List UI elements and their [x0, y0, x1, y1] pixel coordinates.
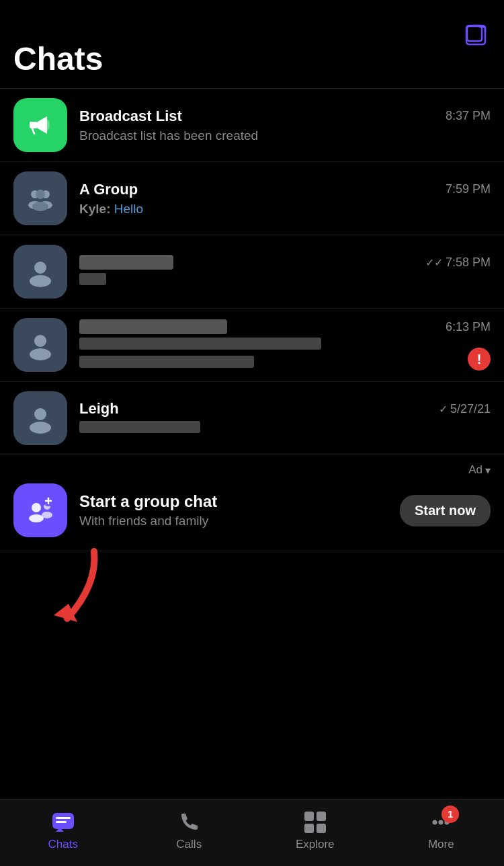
chat-preview-broadcast: Broadcast list has been created	[79, 128, 491, 143]
nav-label-chats: Chats	[48, 838, 78, 851]
svg-point-2	[44, 120, 50, 130]
ad-text: Ad	[468, 463, 482, 477]
svg-rect-27	[304, 812, 314, 821]
svg-point-8	[32, 202, 48, 211]
chat-time-maria: 7:58 PM	[425, 255, 491, 270]
avatar-broadcast	[13, 98, 67, 152]
chat-item-maria[interactable]: 7:58 PM	[0, 235, 504, 309]
svg-point-11	[34, 335, 46, 347]
chat-content-maria: 7:58 PM	[79, 255, 491, 288]
svg-point-10	[30, 275, 51, 287]
more-badge-count: 1	[442, 805, 459, 823]
chat-preview-maria	[79, 273, 491, 288]
explore-icon	[302, 810, 328, 835]
chat-time-group: 7:59 PM	[446, 182, 491, 196]
svg-rect-29	[304, 824, 314, 833]
ad-title: Start a group chat	[79, 492, 392, 511]
bottom-nav: Chats Calls Explore	[0, 799, 504, 866]
svg-point-13	[34, 408, 46, 420]
chat-preview-group: Kyle: Hello	[79, 202, 491, 216]
svg-rect-24	[56, 817, 71, 819]
more-icon: 1	[428, 810, 454, 835]
chat-preview-leigh	[79, 421, 491, 436]
single-check-icon	[439, 403, 448, 416]
nav-label-more: More	[428, 838, 454, 851]
chat-item-group[interactable]: A Group 7:59 PM Kyle: Hello	[0, 162, 504, 235]
chat-content-broadcast: Broadcast List 8:37 PM Broadcast list ha…	[79, 108, 491, 143]
chat-content-unknown: 6:13 PM !	[79, 319, 491, 370]
chat-item-leigh[interactable]: Leigh 5/27/21	[0, 382, 504, 455]
svg-rect-28	[317, 812, 326, 821]
nav-item-calls[interactable]: Calls	[126, 799, 253, 866]
svg-point-9	[34, 262, 46, 274]
svg-point-32	[439, 820, 444, 824]
avatar-group	[13, 171, 67, 225]
svg-point-18	[42, 512, 52, 518]
chat-preview-unknown	[79, 338, 462, 370]
chats-icon	[50, 810, 76, 835]
svg-point-15	[32, 503, 41, 512]
chat-name-broadcast: Broadcast List	[79, 108, 182, 125]
header: Chats	[0, 0, 504, 89]
svg-point-31	[433, 820, 437, 824]
chat-name-leigh: Leigh	[79, 400, 119, 418]
double-check-icon	[425, 256, 443, 269]
avatar-maria	[13, 245, 67, 299]
nav-item-more[interactable]: 1 More	[378, 799, 505, 866]
ad-item: Start a group chat With friends and fami…	[0, 477, 504, 551]
chat-time-broadcast: 8:37 PM	[446, 109, 491, 123]
chat-text-group: Hello	[110, 202, 143, 216]
avatar-unknown	[13, 318, 67, 372]
ad-chevron-icon[interactable]: ▾	[485, 464, 491, 477]
chat-item-broadcast[interactable]: Broadcast List 8:37 PM Broadcast list ha…	[0, 89, 504, 162]
arrow-container	[0, 551, 504, 632]
ad-subtitle: With friends and family	[79, 514, 392, 528]
svg-rect-0	[467, 26, 482, 41]
avatar-leigh	[13, 391, 67, 445]
svg-point-12	[30, 348, 51, 360]
time-text-leigh: 5/27/21	[450, 402, 491, 416]
chat-content-group: A Group 7:59 PM Kyle: Hello	[79, 181, 491, 216]
start-now-button[interactable]: Start now	[400, 495, 491, 526]
compose-button[interactable]	[461, 20, 491, 50]
chat-name-maria	[79, 255, 173, 270]
svg-rect-1	[30, 122, 38, 128]
nav-label-calls: Calls	[176, 838, 202, 851]
ad-label-row: Ad ▾	[0, 455, 504, 477]
calls-icon	[176, 810, 202, 835]
chat-item-unknown[interactable]: 6:13 PM !	[0, 309, 504, 382]
svg-point-16	[29, 514, 44, 522]
time-text-unknown: 6:13 PM	[446, 320, 491, 334]
chat-sender-group: Kyle:	[79, 202, 110, 216]
svg-point-7	[36, 190, 45, 199]
chat-time-leigh: 5/27/21	[439, 402, 491, 416]
red-arrow-icon	[40, 545, 121, 635]
avatar-ad	[13, 483, 67, 537]
chat-content-leigh: Leigh 5/27/21	[79, 400, 491, 436]
nav-item-chats[interactable]: Chats	[0, 799, 126, 866]
ad-content: Start a group chat With friends and fami…	[79, 492, 392, 528]
nav-label-explore: Explore	[296, 838, 335, 851]
chat-name-unknown	[79, 319, 227, 334]
chat-name-group: A Group	[79, 181, 138, 198]
nav-item-explore[interactable]: Explore	[252, 799, 378, 866]
chat-time-error-group: 6:13 PM	[446, 320, 491, 334]
error-badge: !	[468, 348, 491, 370]
page-title: Chats	[13, 40, 491, 77]
svg-rect-25	[56, 821, 67, 823]
time-text-maria: 7:58 PM	[446, 255, 491, 270]
svg-rect-30	[317, 824, 326, 833]
svg-point-14	[30, 422, 51, 434]
chat-list: Broadcast List 8:37 PM Broadcast list ha…	[0, 89, 504, 455]
